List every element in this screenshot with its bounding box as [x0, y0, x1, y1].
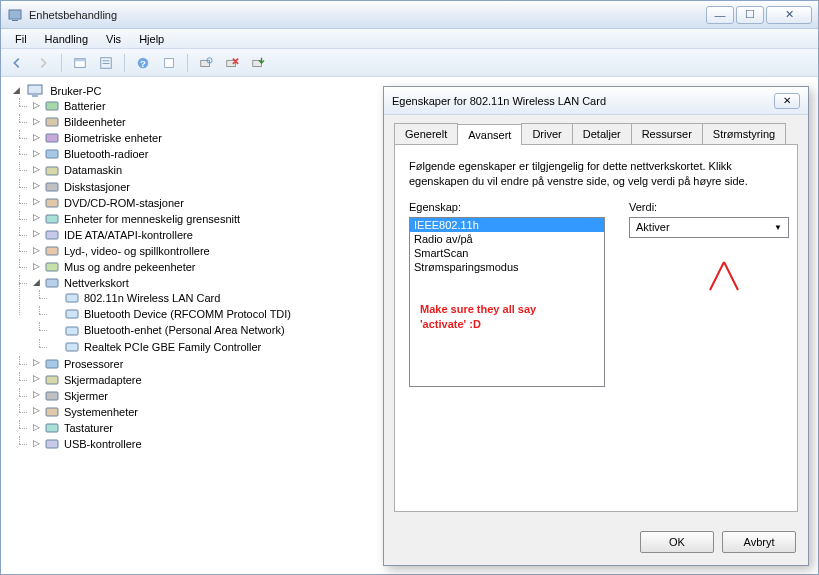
- device-icon: [64, 340, 80, 354]
- device-icon: [64, 307, 80, 321]
- update-driver-button[interactable]: [248, 53, 268, 73]
- svg-rect-1: [12, 20, 18, 21]
- svg-rect-35: [46, 408, 58, 416]
- window-title: Enhetsbehandling: [29, 9, 706, 21]
- expand-icon[interactable]: ▷: [31, 423, 42, 434]
- menu-view[interactable]: Vis: [98, 31, 129, 47]
- back-button[interactable]: [7, 53, 27, 73]
- device-icon: [44, 115, 60, 129]
- expand-icon[interactable]: ▷: [31, 133, 42, 144]
- menu-help[interactable]: Hjelp: [131, 31, 172, 47]
- device-icon: [44, 357, 60, 371]
- svg-rect-37: [46, 440, 58, 448]
- expand-icon[interactable]: ▷: [31, 101, 42, 112]
- separator-icon: [187, 54, 188, 72]
- svg-rect-17: [46, 118, 58, 126]
- property-item[interactable]: SmartScan: [410, 246, 604, 260]
- tab-strip: GenereltAvansertDriverDetaljerRessurserS…: [384, 115, 808, 144]
- value-selected: Aktiver: [636, 221, 770, 233]
- property-item[interactable]: IEEE802.11h: [410, 218, 604, 232]
- toolbar-icon[interactable]: [70, 53, 90, 73]
- toolbar-icon[interactable]: [159, 53, 179, 73]
- expand-icon[interactable]: ▷: [31, 406, 42, 417]
- description-text: Følgende egenskaper er tilgjengelig for …: [409, 159, 783, 189]
- expand-icon[interactable]: ▷: [31, 229, 42, 240]
- expand-icon[interactable]: ▷: [31, 246, 42, 257]
- toolbar: ?: [1, 49, 818, 77]
- svg-rect-6: [103, 63, 110, 64]
- collapse-icon[interactable]: ◢: [11, 86, 22, 97]
- expand-icon[interactable]: ▷: [31, 262, 42, 273]
- svg-rect-24: [46, 231, 58, 239]
- svg-rect-27: [46, 279, 58, 287]
- uninstall-button[interactable]: [222, 53, 242, 73]
- expand-icon[interactable]: ▷: [31, 165, 42, 176]
- expand-icon[interactable]: ▷: [31, 374, 42, 385]
- expand-icon[interactable]: ▷: [31, 149, 42, 160]
- ok-button[interactable]: OK: [640, 531, 714, 553]
- expand-icon[interactable]: ▷: [31, 181, 42, 192]
- tab-strømstyring[interactable]: Strømstyring: [702, 123, 786, 144]
- dropdown-arrow-icon: ▼: [770, 223, 786, 232]
- separator-icon: [61, 54, 62, 72]
- device-icon: [44, 180, 60, 194]
- tab-ressurser[interactable]: Ressurser: [631, 123, 703, 144]
- expand-icon[interactable]: ▷: [31, 439, 42, 450]
- maximize-button[interactable]: ☐: [736, 6, 764, 24]
- tab-avansert[interactable]: Avansert: [457, 124, 522, 145]
- svg-rect-18: [46, 134, 58, 142]
- minimize-button[interactable]: —: [706, 6, 734, 24]
- svg-rect-3: [75, 58, 86, 61]
- tab-driver[interactable]: Driver: [521, 123, 572, 144]
- expand-icon[interactable]: ▷: [31, 213, 42, 224]
- device-icon: [44, 99, 60, 113]
- expand-icon[interactable]: ▷: [31, 358, 42, 369]
- device-icon: [44, 437, 60, 451]
- svg-rect-29: [66, 310, 78, 318]
- toolbar-icon[interactable]: [96, 53, 116, 73]
- cancel-button[interactable]: Avbryt: [722, 531, 796, 553]
- svg-rect-19: [46, 150, 58, 158]
- window-controls: — ☐ ✕: [706, 6, 812, 24]
- property-listbox[interactable]: IEEE802.11hRadio av/påSmartScanStrømspar…: [409, 217, 605, 387]
- tab-generelt[interactable]: Generelt: [394, 123, 458, 144]
- forward-button[interactable]: [33, 53, 53, 73]
- property-item[interactable]: Radio av/på: [410, 232, 604, 246]
- dialog-titlebar: Egenskaper for 802.11n Wireless LAN Card…: [384, 87, 808, 115]
- svg-rect-33: [46, 376, 58, 384]
- device-icon: [44, 260, 60, 274]
- property-item[interactable]: Strømsparingsmodus: [410, 260, 604, 274]
- value-combobox[interactable]: Aktiver ▼: [629, 217, 789, 238]
- close-button[interactable]: ✕: [766, 6, 812, 24]
- titlebar: Enhetsbehandling — ☐ ✕: [1, 1, 818, 29]
- svg-rect-10: [201, 60, 210, 66]
- expand-icon[interactable]: ▷: [31, 390, 42, 401]
- svg-rect-9: [165, 58, 174, 67]
- svg-rect-25: [46, 247, 58, 255]
- expand-icon[interactable]: ▷: [31, 197, 42, 208]
- separator-icon: [124, 54, 125, 72]
- dialog-close-button[interactable]: ✕: [774, 93, 800, 109]
- svg-rect-0: [9, 10, 21, 19]
- device-icon: [44, 244, 60, 258]
- collapse-icon[interactable]: ◢: [31, 278, 42, 289]
- device-icon: [64, 324, 80, 338]
- menu-file[interactable]: Fil: [7, 31, 35, 47]
- device-icon: [44, 196, 60, 210]
- tab-detaljer[interactable]: Detaljer: [572, 123, 632, 144]
- device-icon: [44, 373, 60, 387]
- svg-rect-36: [46, 424, 58, 432]
- svg-rect-22: [46, 199, 58, 207]
- tab-panel-advanced: Følgende egenskaper er tilgjengelig for …: [394, 144, 798, 512]
- dialog-title: Egenskaper for 802.11n Wireless LAN Card: [392, 95, 774, 107]
- svg-rect-34: [46, 392, 58, 400]
- device-icon: [44, 389, 60, 403]
- device-icon: [44, 228, 60, 242]
- value-label: Verdi:: [629, 201, 789, 213]
- help-button[interactable]: ?: [133, 53, 153, 73]
- menu-action[interactable]: Handling: [37, 31, 96, 47]
- scan-hardware-button[interactable]: [196, 53, 216, 73]
- menubar: Fil Handling Vis Hjelp: [1, 29, 818, 49]
- device-icon: [64, 291, 80, 305]
- expand-icon[interactable]: ▷: [31, 117, 42, 128]
